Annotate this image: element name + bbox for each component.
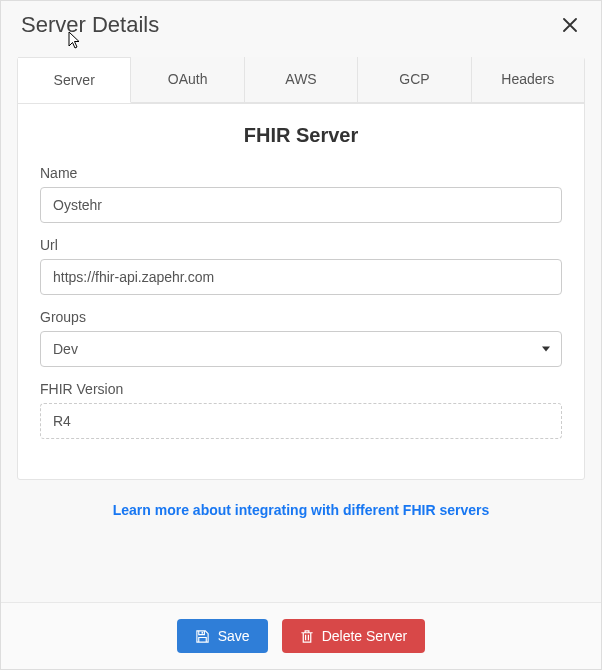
- server-details-modal: Server Details Server OAuth AWS GCP Head…: [0, 0, 602, 670]
- close-button[interactable]: [559, 11, 581, 39]
- content-card: Server OAuth AWS GCP Headers FHIR Server…: [17, 57, 585, 480]
- form-group-url: Url: [40, 237, 562, 295]
- url-label: Url: [40, 237, 562, 253]
- tab-server[interactable]: Server: [18, 57, 131, 103]
- groups-select-wrap: Dev: [40, 331, 562, 367]
- name-label: Name: [40, 165, 562, 181]
- tab-panel-server: FHIR Server Name Url Groups Dev FHIR Ver…: [18, 104, 584, 479]
- form-group-name: Name: [40, 165, 562, 223]
- delete-button-label: Delete Server: [322, 628, 408, 644]
- tab-aws[interactable]: AWS: [245, 57, 358, 103]
- tab-bar: Server OAuth AWS GCP Headers: [18, 57, 584, 104]
- trash-icon: [300, 629, 314, 644]
- svg-rect-0: [201, 631, 202, 633]
- url-input[interactable]: [40, 259, 562, 295]
- fhir-version-label: FHIR Version: [40, 381, 562, 397]
- form-group-groups: Groups Dev: [40, 309, 562, 367]
- save-button-label: Save: [218, 628, 250, 644]
- tab-gcp[interactable]: GCP: [358, 57, 471, 103]
- tab-oauth[interactable]: OAuth: [131, 57, 244, 103]
- modal-footer: Save Delete Server: [1, 602, 601, 669]
- name-input[interactable]: [40, 187, 562, 223]
- groups-label: Groups: [40, 309, 562, 325]
- fhir-version-value: R4: [40, 403, 562, 439]
- modal-title: Server Details: [21, 12, 159, 38]
- delete-server-button[interactable]: Delete Server: [282, 619, 426, 653]
- save-button[interactable]: Save: [177, 619, 268, 653]
- tab-headers[interactable]: Headers: [472, 57, 584, 103]
- section-title: FHIR Server: [40, 124, 562, 147]
- close-icon: [563, 18, 577, 32]
- learn-more-link[interactable]: Learn more about integrating with differ…: [1, 502, 601, 518]
- save-icon: [195, 629, 210, 644]
- groups-select[interactable]: Dev: [40, 331, 562, 367]
- form-group-fhir-version: FHIR Version R4: [40, 381, 562, 439]
- modal-header: Server Details: [1, 1, 601, 57]
